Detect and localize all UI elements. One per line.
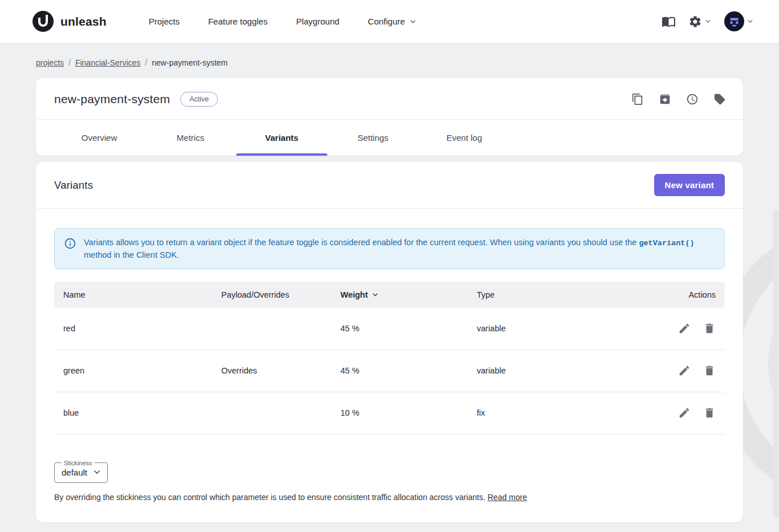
nav-projects[interactable]: Projects [149, 17, 180, 26]
delete-variant-icon[interactable] [703, 322, 716, 335]
alert-text-before: Variants allows you to return a variant … [84, 238, 639, 247]
copy-feature-icon[interactable] [631, 93, 644, 105]
variant-weight: 45 % [340, 324, 477, 333]
variant-row-blue: blue 10 % fix [54, 392, 725, 434]
chevron-down-icon [92, 468, 102, 477]
breadcrumb-current: new-payment-system [152, 58, 228, 67]
variant-row-green: green Overrides 45 % variable [54, 350, 725, 392]
history-clock-icon[interactable] [686, 93, 699, 105]
variant-name: blue [54, 408, 221, 417]
gear-icon [688, 15, 702, 29]
col-header-name: Name [54, 290, 221, 299]
tab-event-log[interactable]: Event log [419, 120, 510, 156]
breadcrumb-projects[interactable]: projects [36, 58, 64, 67]
variants-title: Variants [54, 179, 93, 192]
variant-weight: 45 % [340, 366, 477, 375]
edit-variant-icon[interactable] [678, 322, 691, 335]
edit-variant-icon[interactable] [678, 364, 691, 377]
robot-avatar-icon [728, 15, 740, 27]
variant-weight: 10 % [340, 408, 477, 417]
breadcrumb: projects / Financial-Services / new-paym… [36, 58, 743, 67]
col-header-payload: Payload/Overrides [221, 290, 340, 299]
top-navigation: unleash Projects Feature toggles Playgro… [0, 0, 779, 43]
variant-payload: Overrides [221, 366, 340, 375]
info-alert-text: Variants allows you to return a variant … [84, 237, 715, 261]
delete-variant-icon[interactable] [703, 407, 716, 419]
tab-settings[interactable]: Settings [327, 120, 419, 156]
col-header-actions: Actions [618, 290, 725, 299]
stickiness-value: default [62, 468, 87, 477]
feature-tabs: Overview Metrics Variants Settings Event… [36, 119, 743, 156]
variant-name: red [54, 324, 221, 333]
variant-type: fix [477, 408, 618, 417]
stickiness-label: Stickiness [62, 460, 95, 466]
variant-type: variable [477, 366, 618, 375]
variants-table: Name Payload/Overrides Weight Type Actio… [54, 282, 725, 434]
breadcrumb-separator: / [68, 58, 71, 67]
docs-book-icon[interactable] [662, 14, 676, 29]
col-header-weight-sort[interactable]: Weight [340, 290, 477, 299]
variant-type: variable [477, 324, 618, 333]
col-header-weight-label: Weight [340, 290, 368, 299]
breadcrumb-separator: / [145, 58, 147, 67]
nav-right-actions [662, 11, 754, 31]
stickiness-helper-text: By overriding the stickiness you can con… [54, 493, 725, 502]
primary-nav: Projects Feature toggles Playground Conf… [149, 17, 417, 26]
delete-variant-icon[interactable] [703, 364, 716, 377]
breadcrumb-project[interactable]: Financial-Services [75, 58, 140, 67]
nav-configure[interactable]: Configure [368, 17, 417, 26]
brand-name: unleash [60, 15, 107, 29]
alert-code: getVariant() [639, 239, 694, 247]
archive-icon[interactable] [659, 93, 671, 105]
page-title: new-payment-system [54, 92, 170, 106]
alert-text-after: method in the Client SDK. [84, 250, 179, 259]
unleash-logo-icon [33, 11, 54, 32]
stickiness-select[interactable]: Stickiness default [54, 460, 108, 483]
nav-configure-label: Configure [368, 17, 405, 26]
tab-variants[interactable]: Variants [236, 120, 327, 156]
tab-metrics[interactable]: Metrics [145, 120, 236, 156]
variant-row-red: red 45 % variable [54, 308, 725, 350]
info-icon [64, 237, 76, 250]
user-avatar[interactable] [724, 11, 744, 31]
table-header-row: Name Payload/Overrides Weight Type Actio… [54, 282, 725, 308]
helper-text: By overriding the stickiness you can con… [54, 493, 485, 502]
feature-header-card: new-payment-system Active Overview Metri… [36, 78, 743, 156]
variant-name: green [54, 366, 221, 375]
col-header-type: Type [477, 290, 618, 299]
info-alert: Variants allows you to return a variant … [54, 228, 725, 269]
read-more-link[interactable]: Read more [488, 493, 527, 502]
chevron-down-icon [409, 18, 417, 26]
nav-feature-toggles[interactable]: Feature toggles [208, 17, 267, 26]
chevron-down-icon[interactable] [746, 18, 754, 25]
nav-playground[interactable]: Playground [296, 17, 339, 26]
sort-chevron-down-icon [371, 291, 379, 299]
status-badge: Active [180, 92, 218, 107]
unleash-logo[interactable]: unleash [33, 11, 107, 32]
tab-overview[interactable]: Overview [54, 120, 145, 156]
chevron-down-icon [704, 18, 712, 25]
settings-gear-menu[interactable] [688, 15, 712, 29]
edit-variant-icon[interactable] [678, 407, 691, 419]
tag-icon[interactable] [713, 93, 726, 105]
variants-card: Variants New variant Variants allows you… [36, 162, 743, 522]
new-variant-button[interactable]: New variant [654, 174, 725, 196]
